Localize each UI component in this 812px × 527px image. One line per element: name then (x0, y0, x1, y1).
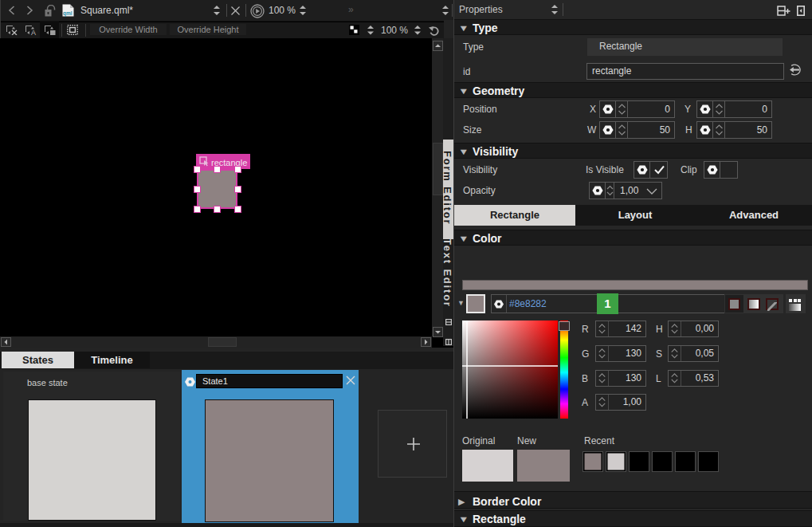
svg-text:A: A (31, 29, 36, 35)
svg-text:qml: qml (63, 10, 73, 17)
